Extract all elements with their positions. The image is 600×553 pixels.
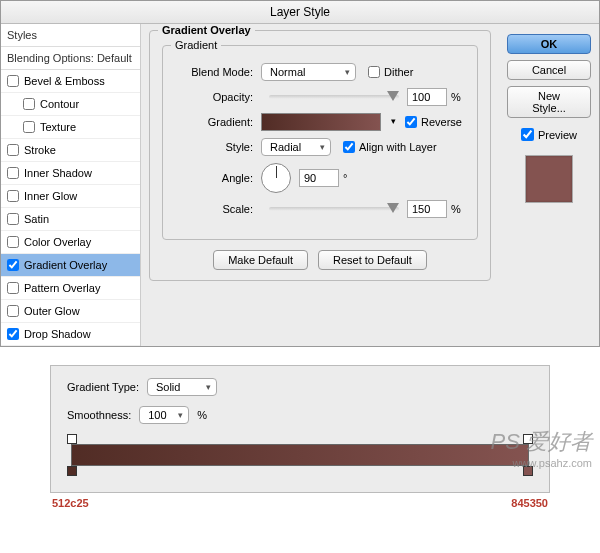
gradient-type-label: Gradient Type: — [67, 381, 139, 393]
cancel-button[interactable]: Cancel — [507, 60, 591, 80]
gradient-bar[interactable] — [71, 444, 529, 466]
sidebar-checkbox[interactable] — [7, 144, 19, 156]
sidebar-item-inner-glow[interactable]: Inner Glow — [1, 185, 140, 208]
sidebar-item-contour[interactable]: Contour — [1, 93, 140, 116]
sidebar-item-label: Satin — [24, 213, 49, 225]
styles-sidebar: Styles Blending Options: Default Bevel &… — [1, 24, 141, 346]
sidebar-checkbox[interactable] — [7, 75, 19, 87]
reset-default-button[interactable]: Reset to Default — [318, 250, 427, 270]
angle-label: Angle: — [175, 172, 253, 184]
sidebar-item-gradient-overlay[interactable]: Gradient Overlay — [1, 254, 140, 277]
sidebar-item-label: Texture — [40, 121, 76, 133]
percent-icon: % — [451, 91, 461, 103]
smoothness-input[interactable]: 100 — [139, 406, 189, 424]
reverse-checkbox[interactable]: Reverse — [405, 116, 462, 128]
blend-mode-select[interactable]: Normal — [261, 63, 356, 81]
sidebar-item-label: Inner Glow — [24, 190, 77, 202]
preview-checkbox[interactable]: Preview — [507, 128, 591, 141]
sidebar-item-label: Drop Shadow — [24, 328, 91, 340]
sidebar-item-satin[interactable]: Satin — [1, 208, 140, 231]
window-title: Layer Style — [1, 1, 599, 24]
sidebar-checkbox[interactable] — [7, 167, 19, 179]
scale-slider[interactable] — [269, 207, 399, 211]
gradient-label: Gradient: — [175, 116, 253, 128]
sidebar-item-pattern-overlay[interactable]: Pattern Overlay — [1, 277, 140, 300]
sidebar-checkbox[interactable] — [7, 236, 19, 248]
opacity-input[interactable]: 100 — [407, 88, 447, 106]
align-checkbox[interactable]: Align with Layer — [343, 141, 437, 153]
sidebar-checkbox[interactable] — [23, 98, 35, 110]
percent-icon: % — [451, 203, 461, 215]
sidebar-item-outer-glow[interactable]: Outer Glow — [1, 300, 140, 323]
sidebar-checkbox[interactable] — [7, 190, 19, 202]
opacity-stop-left[interactable] — [67, 434, 77, 444]
sidebar-item-label: Inner Shadow — [24, 167, 92, 179]
sidebar-checkbox[interactable] — [7, 328, 19, 340]
group-title: Gradient Overlay — [158, 24, 255, 36]
opacity-label: Opacity: — [175, 91, 253, 103]
color-hex-right: 845350 — [511, 497, 548, 509]
sidebar-checkbox[interactable] — [7, 259, 19, 271]
sidebar-item-stroke[interactable]: Stroke — [1, 139, 140, 162]
opacity-slider[interactable] — [269, 95, 399, 99]
blend-mode-label: Blend Mode: — [175, 66, 253, 78]
sidebar-item-label: Contour — [40, 98, 79, 110]
sidebar-checkbox[interactable] — [23, 121, 35, 133]
style-label: Style: — [175, 141, 253, 153]
color-stop-right[interactable] — [523, 466, 533, 476]
sidebar-item-label: Outer Glow — [24, 305, 80, 317]
sidebar-item-label: Stroke — [24, 144, 56, 156]
sidebar-item-inner-shadow[interactable]: Inner Shadow — [1, 162, 140, 185]
make-default-button[interactable]: Make Default — [213, 250, 308, 270]
color-stop-left[interactable] — [67, 466, 77, 476]
inner-title: Gradient — [171, 39, 221, 51]
sidebar-item-drop-shadow[interactable]: Drop Shadow — [1, 323, 140, 346]
preview-swatch — [525, 155, 573, 203]
style-select[interactable]: Radial — [261, 138, 331, 156]
sidebar-checkbox[interactable] — [7, 213, 19, 225]
sidebar-header-blending[interactable]: Blending Options: Default — [1, 47, 140, 70]
angle-input[interactable]: 90 — [299, 169, 339, 187]
scale-input[interactable]: 150 — [407, 200, 447, 218]
sidebar-item-label: Color Overlay — [24, 236, 91, 248]
scale-label: Scale: — [175, 203, 253, 215]
sidebar-checkbox[interactable] — [7, 282, 19, 294]
percent-icon: % — [197, 409, 207, 421]
sidebar-item-color-overlay[interactable]: Color Overlay — [1, 231, 140, 254]
smoothness-label: Smoothness: — [67, 409, 131, 421]
gradient-editor-panel: Gradient Type: Solid Smoothness: 100 % — [50, 365, 550, 493]
sidebar-checkbox[interactable] — [7, 305, 19, 317]
degree-icon: ° — [343, 172, 347, 184]
sidebar-item-bevel-emboss[interactable]: Bevel & Emboss — [1, 70, 140, 93]
angle-dial[interactable] — [261, 163, 291, 193]
opacity-stop-right[interactable] — [523, 434, 533, 444]
new-style-button[interactable]: New Style... — [507, 86, 591, 118]
ok-button[interactable]: OK — [507, 34, 591, 54]
sidebar-item-label: Gradient Overlay — [24, 259, 107, 271]
gradient-type-select[interactable]: Solid — [147, 378, 217, 396]
sidebar-item-label: Pattern Overlay — [24, 282, 100, 294]
sidebar-item-texture[interactable]: Texture — [1, 116, 140, 139]
sidebar-item-label: Bevel & Emboss — [24, 75, 105, 87]
color-hex-left: 512c25 — [52, 497, 89, 509]
gradient-swatch[interactable] — [261, 113, 381, 131]
dither-checkbox[interactable]: Dither — [368, 66, 413, 78]
sidebar-header-styles[interactable]: Styles — [1, 24, 140, 47]
